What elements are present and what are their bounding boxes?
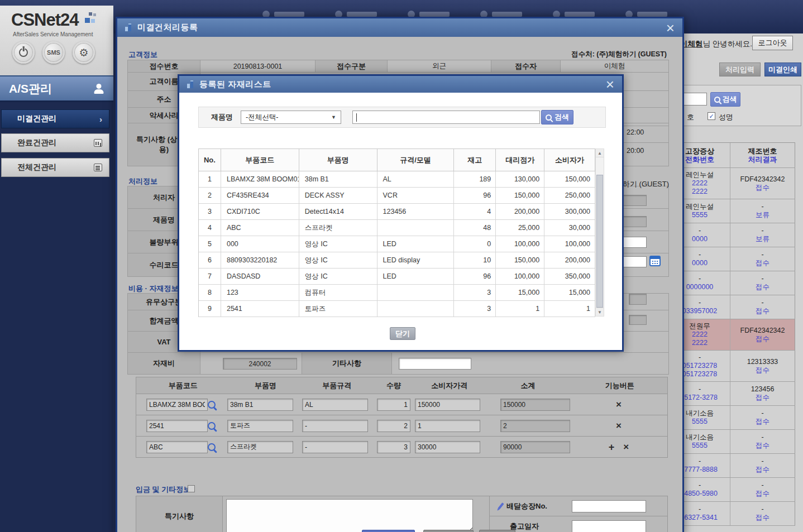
part-code-input[interactable] (146, 441, 208, 453)
delete-row-icon[interactable]: × (616, 421, 622, 430)
material-row[interactable]: 92541토파즈311 (199, 301, 595, 317)
material-row[interactable]: 8123컴퓨터315,00015,000 (199, 285, 595, 301)
ship-date-input[interactable] (572, 520, 646, 532)
result-text: 접수 (732, 490, 793, 498)
material-cost-input[interactable] (223, 358, 297, 370)
symptom-text: - (678, 505, 730, 514)
part-code-input[interactable] (146, 420, 208, 432)
invoice-input[interactable] (572, 500, 646, 512)
delete-row-icon[interactable]: × (616, 400, 622, 409)
status-row[interactable]: -0000-보류 (678, 223, 795, 247)
save-button-partial[interactable] (362, 530, 415, 532)
settings-button[interactable]: ⚙ (73, 41, 95, 64)
scrollbar[interactable]: ▲ ▼ (595, 148, 604, 317)
part-code-input[interactable] (146, 399, 208, 411)
material-search-input[interactable] (352, 111, 540, 124)
part-price-input[interactable] (415, 420, 480, 432)
part-price-input[interactable] (415, 399, 480, 411)
status-row[interactable]: --4850-5980-접수 (678, 478, 795, 502)
part-name-input[interactable] (227, 441, 293, 453)
name-checkbox[interactable]: ✓ (708, 112, 715, 120)
background-search-button[interactable]: 검색 (710, 92, 740, 107)
part-spec-input[interactable] (302, 420, 368, 432)
cost-field[interactable] (629, 315, 647, 325)
material-row[interactable]: 3CXDI710CDetect14x141234564200,000300,00… (199, 204, 595, 220)
material-row[interactable]: 2CF435RE434DECK ASSYVCR96150,000250,000 (199, 188, 595, 204)
section-cost: 비용 · 자재정보 (128, 284, 179, 294)
pending-print-button[interactable]: 미결인쇄 (764, 63, 801, 76)
process-input-button[interactable]: 처리입력 (719, 63, 761, 76)
scroll-down-icon[interactable]: ▼ (596, 308, 604, 316)
search-icon[interactable] (208, 443, 216, 451)
status-row[interactable]: --5172-3278123456접수 (678, 382, 795, 406)
search-icon[interactable] (208, 401, 216, 409)
part-subtotal-input[interactable] (500, 420, 570, 432)
sidebar-item-completed[interactable]: 완료건관리 (1, 133, 109, 152)
logout-button[interactable]: 로그아웃 (752, 36, 793, 50)
part-name-input[interactable] (227, 420, 293, 432)
status-row[interactable]: 내기소음5555-접수 (678, 406, 795, 430)
status-row[interactable]: -05172327805172327812313333접수 (678, 351, 795, 382)
status-row[interactable]: -0000000-접수 (678, 271, 795, 295)
part-spec-input[interactable] (302, 441, 368, 453)
phone-text: 5555 (678, 442, 730, 450)
material-row[interactable]: 5000영상 ICLED0100,000100,000 (199, 236, 595, 252)
material-close-button[interactable]: 닫기 (390, 327, 415, 340)
material-search-button[interactable]: 검색 (541, 110, 573, 124)
parts-col-header: 기능버튼 (572, 381, 667, 391)
material-cell (377, 285, 455, 301)
material-cell: 100,000 (496, 236, 544, 252)
sms-button[interactable]: SMS (42, 41, 65, 64)
scroll-up-icon[interactable]: ▲ (596, 149, 604, 157)
close-icon[interactable]: × (666, 21, 675, 35)
status-row[interactable]: 전원무22222222FDF42342342접수 (678, 319, 795, 351)
material-row[interactable]: 68809303220182영상 ICLED display10150,0002… (199, 252, 595, 269)
material-row[interactable]: 4ABC스프라켓4825,00030,000 (199, 220, 595, 236)
etc-input[interactable] (399, 358, 471, 370)
cost-field[interactable] (629, 294, 647, 305)
phone-text: 2222 (678, 339, 730, 347)
material-col-header: 소비자가 (544, 149, 595, 171)
search-icon[interactable] (208, 422, 216, 430)
sidebar-item-pending[interactable]: 미결건관리 › (1, 109, 109, 128)
value-receipt-no: 20190813-0001 (200, 60, 315, 72)
material-cell: ABC (221, 220, 299, 236)
button-partial[interactable] (423, 530, 474, 532)
status-row[interactable]: -0000-접수 (678, 247, 795, 271)
status-row[interactable]: 레인누설22222222FDF42342342접수 (678, 168, 795, 199)
part-qty-input[interactable] (377, 420, 410, 432)
sidebar-section-header: A/S관리 (0, 75, 113, 102)
status-row[interactable]: --6327-5341-접수 (678, 502, 795, 526)
status-row[interactable]: --7777-8888-접수 (678, 454, 795, 478)
part-spec-input[interactable] (302, 399, 368, 411)
status-row[interactable]: 내기소음5555-접수 (678, 430, 795, 454)
part-subtotal-input[interactable] (500, 441, 570, 453)
scrollbar-thumb[interactable] (596, 175, 603, 308)
part-name-input[interactable] (227, 399, 293, 411)
add-row-icon[interactable]: + (609, 442, 615, 452)
part-price-input[interactable] (415, 441, 480, 453)
parts-col-header: 부품규격 (301, 381, 372, 391)
delete-row-icon[interactable]: × (623, 442, 629, 452)
material-cell: 3 (199, 204, 221, 220)
part-qty-input[interactable] (377, 441, 410, 453)
status-row[interactable]: 레인누설5555-보류 (678, 199, 795, 223)
part-subtotal-input[interactable] (500, 399, 570, 411)
label-receiver: 접수자 (491, 60, 561, 72)
serial-text: - (732, 409, 793, 418)
close-icon[interactable]: × (606, 77, 614, 92)
result-text: 접수 (732, 366, 793, 375)
part-qty-input[interactable] (377, 399, 410, 411)
status-row[interactable]: -033957002-접수 (678, 295, 795, 319)
power-button[interactable] (12, 41, 35, 64)
payment-checkbox[interactable] (188, 485, 195, 492)
material-row[interactable]: 1LBAMXZ 38M BOOM0138m B1AL189130,000150,… (199, 171, 595, 188)
material-row[interactable]: 7DASDASD영상 ICLED96100,000350,000 (199, 269, 595, 285)
product-select[interactable]: -전체선택- ▼ (241, 111, 341, 124)
parts-row: × (136, 394, 668, 415)
sidebar-item-all[interactable]: 전체건관리 (1, 158, 109, 177)
result-text: 접수 (732, 259, 793, 267)
calendar-icon[interactable] (649, 256, 661, 266)
payment-note-textarea[interactable] (226, 499, 473, 532)
button-partial[interactable] (479, 530, 515, 532)
